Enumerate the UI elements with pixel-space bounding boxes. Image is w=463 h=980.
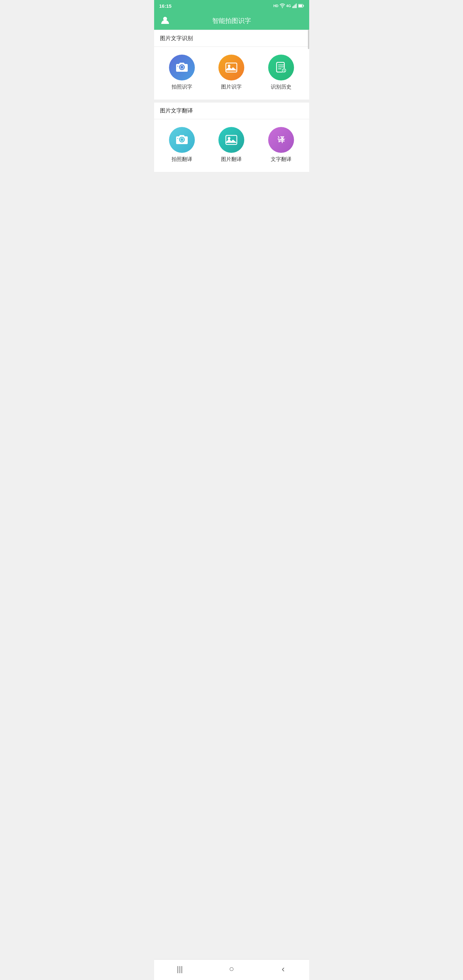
status-bar: 16:15 HD 4G [154, 0, 309, 12]
history-label: 识别历史 [271, 84, 291, 91]
user-icon[interactable] [161, 16, 170, 26]
camera-icon [175, 61, 189, 74]
empty-content [154, 175, 309, 959]
history-circle [268, 55, 294, 80]
signal-icon [293, 3, 297, 8]
photo-translate-circle [169, 127, 195, 153]
image-translate-icon [224, 133, 238, 147]
photo-translate-item[interactable]: 拍照翻译 [158, 127, 207, 163]
svg-rect-0 [293, 6, 293, 8]
page-title: 智能拍图识字 [212, 16, 251, 25]
text-translate-label: 文字翻译 [271, 156, 291, 163]
section1-grid: 拍照识字 图片识字 [154, 47, 309, 102]
image-translate-label: 图片翻译 [221, 156, 242, 163]
image-translate-circle [218, 127, 244, 153]
photo-recognize-circle [169, 55, 195, 80]
app-header: 智能拍图识字 [154, 12, 309, 30]
section2-header: 图片文字翻译 [154, 102, 309, 119]
nav-menu-button[interactable]: ||| [173, 963, 186, 975]
photo-translate-label: 拍照翻译 [172, 156, 192, 163]
battery-icon [298, 4, 304, 8]
hd-label: HD [273, 4, 278, 8]
camera-translate-icon [175, 133, 189, 147]
history-icon [274, 61, 288, 74]
translation-grid: 拍照翻译 图片翻译 译 . 文字翻译 [154, 127, 309, 163]
scrollbar[interactable] [308, 30, 309, 49]
svg-rect-5 [299, 5, 302, 7]
svg-rect-2 [295, 5, 296, 8]
svg-rect-1 [293, 5, 294, 8]
image-icon [224, 61, 238, 74]
svg-rect-3 [296, 3, 297, 8]
image-translate-item[interactable]: 图片翻译 [207, 127, 256, 163]
svg-rect-8 [226, 63, 237, 72]
nav-back-button[interactable]: ‹ [277, 963, 290, 975]
image-recognize-label: 图片识字 [221, 84, 242, 91]
photo-recognize-label: 拍照识字 [172, 84, 192, 91]
status-time: 16:15 [159, 3, 172, 9]
recognition-grid: 拍照识字 图片识字 [154, 55, 309, 91]
image-recognize-circle [218, 55, 244, 80]
history-item[interactable]: 识别历史 [256, 55, 305, 91]
nav-home-button[interactable]: ○ [225, 963, 238, 975]
text-translate-item[interactable]: 译 . 文字翻译 [256, 127, 305, 163]
bottom-nav: ||| ○ ‹ [154, 959, 309, 980]
photo-recognize-item[interactable]: 拍照识字 [158, 55, 207, 91]
image-recognize-item[interactable]: 图片识字 [207, 55, 256, 91]
wifi-icon [280, 3, 285, 8]
section2-grid: 拍照翻译 图片翻译 译 . 文字翻译 [154, 119, 309, 175]
signal-4g: 4G [286, 4, 291, 8]
svg-rect-6 [303, 5, 304, 7]
text-translate-icon: 译 . [274, 133, 288, 147]
svg-text:译: 译 [278, 136, 285, 144]
svg-rect-16 [226, 135, 237, 145]
status-icons: HD 4G [273, 3, 304, 8]
svg-text:.: . [284, 136, 285, 140]
text-translate-circle: 译 . [268, 127, 294, 153]
section1-header: 图片文字识别 [154, 30, 309, 47]
